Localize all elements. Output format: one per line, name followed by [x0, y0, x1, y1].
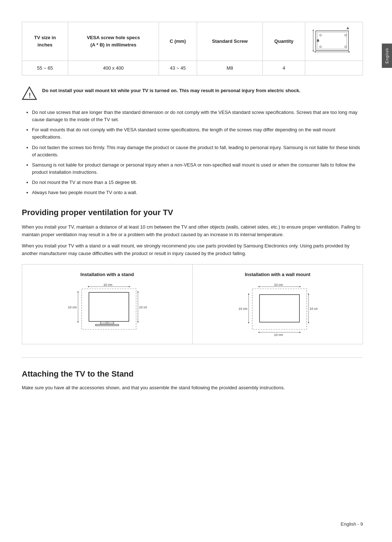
svg-text:10 cm: 10 cm [274, 283, 283, 287]
col-header-vesa-spec: VESA screw hole specs(A * B) in millimet… [68, 22, 159, 61]
svg-text:B: B [317, 39, 319, 42]
attach-heading: Attaching the TV to the Stand [22, 368, 363, 380]
list-item: Do not use screws that are longer than t… [32, 109, 363, 123]
cell-tv-size: 55 ~ 65 [22, 61, 68, 75]
ventilation-para-1: When you install your TV, maintain a dis… [22, 223, 363, 239]
svg-marker-27 [77, 321, 79, 323]
svg-text:A: A [347, 26, 349, 30]
wall-svg: 10 cm 10 cm 10 cm 10 cm [238, 282, 318, 337]
side-tab: English [382, 44, 392, 68]
warning-icon: ! [22, 86, 37, 101]
table-row: 55 ~ 65 400 x 400 43 ~ 45 M8 4 [22, 61, 363, 75]
col-header-c-mm: C (mm) [159, 22, 197, 61]
svg-rect-20 [95, 324, 119, 326]
list-item: Do not fasten the screws too firmly. Thi… [32, 144, 363, 159]
svg-marker-30 [137, 291, 139, 292]
cell-vesa-spec: 400 x 400 [68, 61, 159, 75]
svg-marker-41 [299, 332, 301, 333]
col-header-diagram: A B [305, 22, 363, 61]
svg-marker-40 [258, 332, 260, 333]
svg-point-12 [320, 46, 322, 48]
svg-text:10 cm: 10 cm [103, 283, 113, 287]
col-header-tv-size: TV size ininches [22, 22, 68, 61]
footer-text: English - 9 [341, 521, 363, 527]
ventilation-heading: Providing proper ventilation for your TV [22, 206, 363, 218]
svg-marker-48 [308, 293, 309, 295]
svg-marker-31 [137, 321, 139, 323]
svg-marker-5 [314, 51, 316, 53]
svg-rect-2 [318, 32, 347, 49]
svg-text:10 cm: 10 cm [139, 305, 147, 309]
cell-standard-screw: M8 [197, 61, 262, 75]
cell-c-mm: 43 ~ 45 [159, 61, 197, 75]
svg-text:10 cm: 10 cm [238, 307, 248, 311]
vent-diagram-wall-title: Installation with a wall mount [200, 271, 356, 278]
svg-rect-1 [316, 31, 348, 50]
ventilation-para-2: When you install your TV with a stand or… [22, 242, 363, 258]
svg-marker-8 [313, 29, 314, 31]
svg-marker-9 [313, 50, 314, 52]
svg-marker-36 [258, 286, 260, 287]
svg-rect-34 [260, 295, 299, 322]
svg-marker-23 [129, 286, 130, 287]
col-header-standard-screw: Standard Screw [197, 22, 262, 61]
svg-rect-18 [101, 321, 106, 324]
svg-rect-33 [252, 289, 307, 329]
ventilation-diagrams: Installation with a stand 10 cm [22, 264, 363, 344]
list-item: Do not mount the TV at more than a 15 de… [32, 179, 363, 186]
svg-marker-26 [77, 291, 79, 292]
vent-diagram-stand-title: Installation with a stand [29, 271, 185, 278]
page-container: English TV size ininches VESA screw hole… [0, 0, 392, 542]
svg-rect-17 [89, 292, 129, 321]
col-header-quantity: Quantity [263, 22, 305, 61]
svg-text:!: ! [29, 92, 31, 99]
vent-diagram-wall: Installation with a wall mount 10 cm 10 … [193, 264, 363, 344]
bullet-list: Do not use screws that are longer than t… [22, 109, 363, 196]
svg-marker-44 [248, 293, 249, 295]
page-footer: English - 9 [341, 521, 363, 528]
svg-rect-19 [108, 321, 114, 324]
svg-marker-49 [308, 322, 309, 324]
svg-text:10 cm: 10 cm [310, 307, 318, 311]
warning-text: Do not install your wall mount kit while… [42, 86, 301, 94]
vesa-table: TV size ininches VESA screw hole specs(A… [22, 22, 363, 75]
svg-point-10 [320, 34, 322, 36]
vent-diagram-stand: Installation with a stand 10 cm [22, 264, 193, 344]
svg-text:10 cm: 10 cm [274, 333, 283, 337]
cell-quantity: 4 [263, 61, 305, 75]
list-item: Samsung is not liable for product damage… [32, 161, 363, 176]
svg-point-13 [345, 46, 347, 48]
warning-box: ! Do not install your wall mount kit whi… [22, 86, 363, 101]
svg-marker-37 [299, 286, 301, 287]
tv-back-diagram: A B [310, 26, 358, 55]
svg-marker-22 [87, 286, 89, 287]
list-item: For wall mounts that do not comply with … [32, 126, 363, 141]
svg-marker-6 [348, 51, 350, 53]
list-item: Always have two people mount the TV onto… [32, 189, 363, 196]
section-divider [22, 357, 363, 358]
svg-text:10 cm: 10 cm [68, 305, 77, 309]
attach-body: Make sure you have all the accessories s… [22, 384, 363, 392]
side-tab-label: English [385, 48, 389, 63]
stand-svg: 10 cm 10 cm 10 cm [67, 282, 147, 337]
svg-marker-45 [248, 322, 249, 324]
svg-point-11 [345, 34, 347, 36]
cell-diagram-empty [305, 61, 363, 75]
